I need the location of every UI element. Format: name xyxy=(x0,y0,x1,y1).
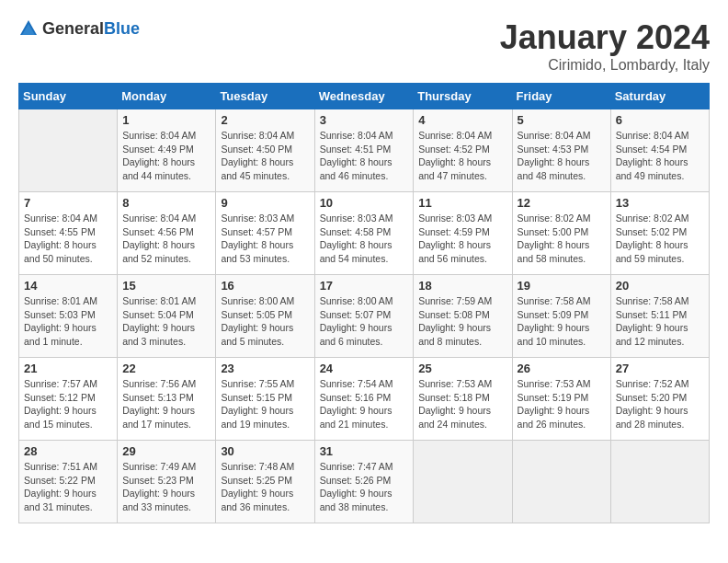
day-info: Sunrise: 8:04 AMSunset: 4:50 PMDaylight:… xyxy=(221,129,309,183)
calendar-cell: 25Sunrise: 7:53 AMSunset: 5:18 PMDayligh… xyxy=(414,358,512,441)
day-number: 25 xyxy=(418,362,506,375)
calendar-week-4: 28Sunrise: 7:51 AMSunset: 5:22 PMDayligh… xyxy=(19,441,710,523)
calendar-cell: 10Sunrise: 8:03 AMSunset: 4:58 PMDayligh… xyxy=(314,192,414,275)
weekday-header-thursday: Thursday xyxy=(414,84,512,109)
day-number: 2 xyxy=(221,113,309,127)
day-info: Sunrise: 8:04 AMSunset: 4:51 PMDaylight:… xyxy=(320,129,409,183)
day-info: Sunrise: 7:52 AMSunset: 5:20 PMDaylight:… xyxy=(616,377,704,431)
day-number: 26 xyxy=(518,362,606,375)
day-info: Sunrise: 7:58 AMSunset: 5:09 PMDaylight:… xyxy=(518,294,606,349)
day-info: Sunrise: 8:03 AMSunset: 4:58 PMDaylight:… xyxy=(320,212,409,266)
calendar-cell: 16Sunrise: 8:00 AMSunset: 5:05 PMDayligh… xyxy=(216,275,314,358)
day-number: 10 xyxy=(320,196,409,210)
calendar-week-3: 21Sunrise: 7:57 AMSunset: 5:12 PMDayligh… xyxy=(19,358,710,441)
weekday-header-sunday: Sunday xyxy=(19,84,118,109)
calendar-cell: 15Sunrise: 8:01 AMSunset: 5:04 PMDayligh… xyxy=(118,275,216,358)
day-number: 29 xyxy=(122,444,210,458)
calendar-cell: 5Sunrise: 8:04 AMSunset: 4:53 PMDaylight… xyxy=(512,109,610,192)
calendar-cell: 31Sunrise: 7:47 AMSunset: 5:26 PMDayligh… xyxy=(314,441,414,523)
day-number: 14 xyxy=(24,279,112,293)
day-info: Sunrise: 7:54 AMSunset: 5:16 PMDaylight:… xyxy=(320,377,409,431)
calendar-cell: 27Sunrise: 7:52 AMSunset: 5:20 PMDayligh… xyxy=(610,358,709,441)
day-info: Sunrise: 8:02 AMSunset: 5:00 PMDaylight:… xyxy=(518,212,606,266)
calendar-cell: 17Sunrise: 8:00 AMSunset: 5:07 PMDayligh… xyxy=(314,275,414,358)
calendar-cell: 23Sunrise: 7:55 AMSunset: 5:15 PMDayligh… xyxy=(216,358,314,441)
day-number: 31 xyxy=(320,444,409,458)
day-number: 15 xyxy=(122,279,210,293)
logo-icon xyxy=(18,18,39,39)
calendar-cell: 19Sunrise: 7:58 AMSunset: 5:09 PMDayligh… xyxy=(512,275,610,358)
day-number: 22 xyxy=(122,362,210,375)
day-number: 24 xyxy=(320,362,409,375)
calendar-cell: 20Sunrise: 7:58 AMSunset: 5:11 PMDayligh… xyxy=(610,275,709,358)
calendar-cell xyxy=(610,441,709,523)
logo-text-general: General xyxy=(42,19,104,38)
calendar-cell: 29Sunrise: 7:49 AMSunset: 5:23 PMDayligh… xyxy=(118,441,216,523)
calendar-cell xyxy=(414,441,512,523)
day-number: 28 xyxy=(24,444,112,458)
calendar-cell: 7Sunrise: 8:04 AMSunset: 4:55 PMDaylight… xyxy=(19,192,118,275)
day-info: Sunrise: 8:01 AMSunset: 5:03 PMDaylight:… xyxy=(24,294,112,349)
day-info: Sunrise: 8:02 AMSunset: 5:02 PMDaylight:… xyxy=(616,212,704,266)
month-title: January 2024 xyxy=(500,18,710,57)
day-info: Sunrise: 8:00 AMSunset: 5:07 PMDaylight:… xyxy=(320,294,409,349)
title-section: January 2024 Cirimido, Lombardy, Italy xyxy=(500,18,710,74)
calendar-cell: 26Sunrise: 7:53 AMSunset: 5:19 PMDayligh… xyxy=(512,358,610,441)
day-number: 5 xyxy=(518,113,606,127)
day-number: 16 xyxy=(221,279,309,293)
weekday-header-saturday: Saturday xyxy=(610,84,709,109)
day-number: 8 xyxy=(122,196,210,210)
day-number: 11 xyxy=(418,196,506,210)
day-number: 21 xyxy=(24,362,112,375)
day-number: 9 xyxy=(221,196,309,210)
calendar-cell: 6Sunrise: 8:04 AMSunset: 4:54 PMDaylight… xyxy=(610,109,709,192)
day-number: 6 xyxy=(616,113,704,127)
day-info: Sunrise: 7:47 AMSunset: 5:26 PMDaylight:… xyxy=(320,460,409,514)
day-number: 17 xyxy=(320,279,409,293)
day-info: Sunrise: 8:03 AMSunset: 4:57 PMDaylight:… xyxy=(221,212,309,266)
calendar-cell: 12Sunrise: 8:02 AMSunset: 5:00 PMDayligh… xyxy=(512,192,610,275)
day-number: 30 xyxy=(221,444,309,458)
day-info: Sunrise: 7:56 AMSunset: 5:13 PMDaylight:… xyxy=(122,377,210,431)
logo-text-blue: Blue xyxy=(104,19,140,38)
calendar-cell: 11Sunrise: 8:03 AMSunset: 4:59 PMDayligh… xyxy=(414,192,512,275)
calendar-cell: 30Sunrise: 7:48 AMSunset: 5:25 PMDayligh… xyxy=(216,441,314,523)
calendar-cell: 9Sunrise: 8:03 AMSunset: 4:57 PMDaylight… xyxy=(216,192,314,275)
calendar-cell: 22Sunrise: 7:56 AMSunset: 5:13 PMDayligh… xyxy=(118,358,216,441)
weekday-header-monday: Monday xyxy=(118,84,216,109)
day-info: Sunrise: 8:04 AMSunset: 4:49 PMDaylight:… xyxy=(122,129,210,183)
day-number: 18 xyxy=(418,279,506,293)
calendar-header: SundayMondayTuesdayWednesdayThursdayFrid… xyxy=(19,84,710,109)
calendar-week-1: 7Sunrise: 8:04 AMSunset: 4:55 PMDaylight… xyxy=(19,192,710,275)
day-info: Sunrise: 8:04 AMSunset: 4:54 PMDaylight:… xyxy=(616,129,704,183)
day-number: 23 xyxy=(221,362,309,375)
calendar-cell: 28Sunrise: 7:51 AMSunset: 5:22 PMDayligh… xyxy=(19,441,118,523)
calendar-cell: 1Sunrise: 8:04 AMSunset: 4:49 PMDaylight… xyxy=(118,109,216,192)
day-number: 3 xyxy=(320,113,409,127)
calendar-body: 1Sunrise: 8:04 AMSunset: 4:49 PMDaylight… xyxy=(19,109,710,523)
calendar-cell: 14Sunrise: 8:01 AMSunset: 5:03 PMDayligh… xyxy=(19,275,118,358)
calendar-cell: 4Sunrise: 8:04 AMSunset: 4:52 PMDaylight… xyxy=(414,109,512,192)
calendar-cell xyxy=(19,109,118,192)
day-number: 19 xyxy=(518,279,606,293)
weekday-header-friday: Friday xyxy=(512,84,610,109)
day-number: 12 xyxy=(518,196,606,210)
day-info: Sunrise: 8:04 AMSunset: 4:53 PMDaylight:… xyxy=(518,129,606,183)
page-header: GeneralBlue January 2024 Cirimido, Lomba… xyxy=(18,18,710,74)
calendar-cell: 2Sunrise: 8:04 AMSunset: 4:50 PMDaylight… xyxy=(216,109,314,192)
day-number: 13 xyxy=(616,196,704,210)
day-number: 4 xyxy=(418,113,506,127)
day-info: Sunrise: 7:49 AMSunset: 5:23 PMDaylight:… xyxy=(122,460,210,514)
day-info: Sunrise: 8:04 AMSunset: 4:55 PMDaylight:… xyxy=(24,212,112,266)
day-info: Sunrise: 8:03 AMSunset: 4:59 PMDaylight:… xyxy=(418,212,506,266)
location-title: Cirimido, Lombardy, Italy xyxy=(500,57,710,74)
day-info: Sunrise: 8:01 AMSunset: 5:04 PMDaylight:… xyxy=(122,294,210,349)
logo: GeneralBlue xyxy=(18,18,140,39)
calendar-cell: 18Sunrise: 7:59 AMSunset: 5:08 PMDayligh… xyxy=(414,275,512,358)
calendar-week-0: 1Sunrise: 8:04 AMSunset: 4:49 PMDaylight… xyxy=(19,109,710,192)
day-info: Sunrise: 8:00 AMSunset: 5:05 PMDaylight:… xyxy=(221,294,309,349)
day-info: Sunrise: 7:48 AMSunset: 5:25 PMDaylight:… xyxy=(221,460,309,514)
day-number: 20 xyxy=(616,279,704,293)
weekday-header-wednesday: Wednesday xyxy=(314,84,414,109)
day-info: Sunrise: 8:04 AMSunset: 4:52 PMDaylight:… xyxy=(418,129,506,183)
